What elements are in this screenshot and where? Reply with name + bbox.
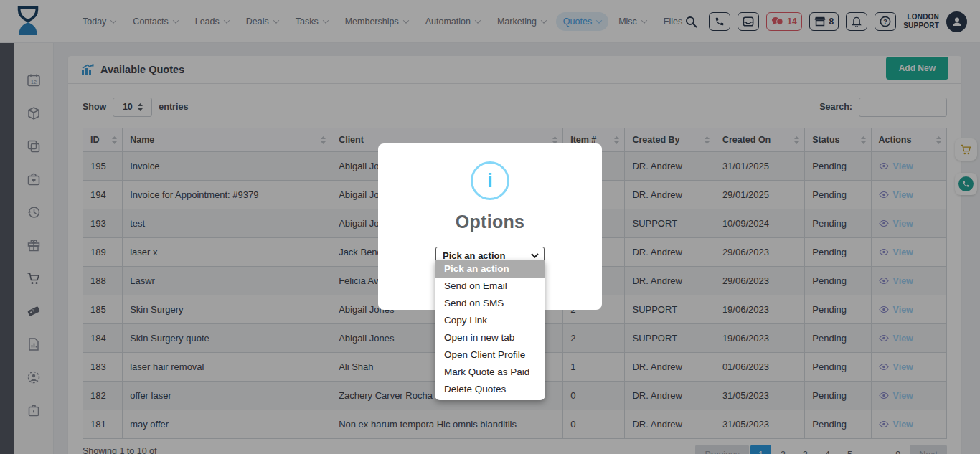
dropdown-option[interactable]: Mark Quote as Paid — [435, 364, 545, 381]
dropdown-option[interactable]: Open Client Profile — [435, 346, 545, 364]
dropdown-option[interactable]: Open in new tab — [435, 329, 545, 346]
app: { "topbar": { "nav": [ {"label": "Today"… — [0, 0, 980, 454]
action-dropdown-list: Pick an actionSend on EmailSend on SMSCo… — [435, 260, 545, 400]
dropdown-option[interactable]: Send on SMS — [435, 295, 545, 312]
dropdown-option[interactable]: Pick an action — [435, 260, 545, 278]
dropdown-option[interactable]: Delete Quotes — [435, 381, 545, 398]
dropdown-option[interactable]: Send on Email — [435, 278, 545, 295]
chevron-down-icon — [531, 253, 539, 258]
modal-title: Options — [456, 212, 525, 232]
dropdown-option[interactable]: Copy Link — [435, 312, 545, 329]
info-icon: i — [471, 161, 509, 200]
